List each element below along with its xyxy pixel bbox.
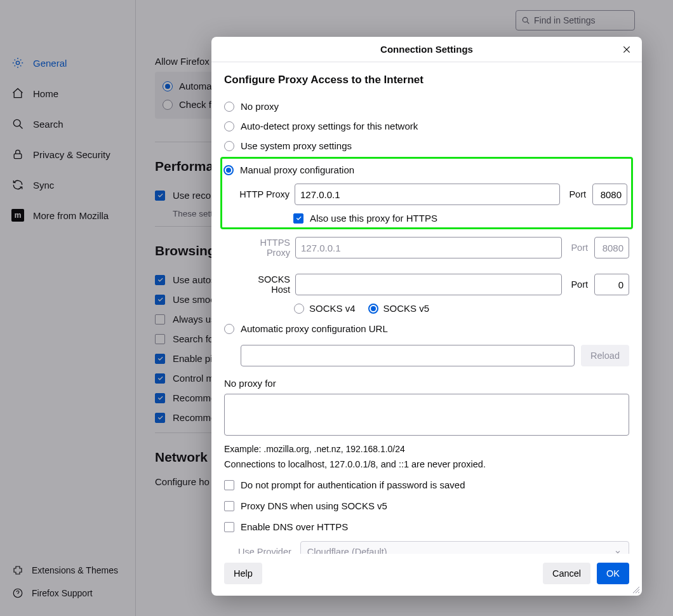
provider-value: Cloudflare (Default): [307, 547, 387, 554]
radio-icon: [224, 324, 234, 334]
dialog-heading: Configure Proxy Access to the Internet: [224, 74, 629, 86]
http-port-input[interactable]: [592, 184, 627, 205]
socks-port-input[interactable]: [594, 274, 629, 295]
dialog-header: Connection Settings: [211, 37, 642, 62]
port-label: Port: [571, 279, 588, 290]
close-icon: [622, 44, 632, 55]
radio-label: Auto-detect proxy settings for this netw…: [241, 121, 418, 131]
socks-host-input[interactable]: [295, 274, 562, 295]
https-port-input: [594, 237, 629, 258]
https-proxy-label: HTTPS Proxy: [238, 238, 290, 258]
checkbox-icon: [224, 522, 234, 532]
http-proxy-input[interactable]: [295, 184, 560, 205]
radio-system-proxy[interactable]: Use system proxy settings: [224, 136, 629, 156]
radio-label: SOCKS v5: [383, 303, 430, 314]
radio-label: Automatic proxy configuration URL: [241, 323, 388, 334]
radio-label: Manual proxy configuration: [240, 164, 354, 175]
radio-auto-detect[interactable]: Auto-detect proxy settings for this netw…: [224, 116, 629, 136]
also-https-checkbox[interactable]: Also use this proxy for HTTPS: [293, 213, 627, 224]
chevron-down-icon: [613, 547, 622, 554]
connection-settings-dialog: Connection Settings Configure Proxy Acce…: [211, 37, 642, 596]
cancel-button[interactable]: Cancel: [543, 563, 590, 584]
reload-button: Reload: [581, 345, 629, 366]
radio-socks-v5[interactable]: SOCKS v5: [368, 303, 430, 314]
radio-label: SOCKS v4: [309, 303, 356, 314]
close-button[interactable]: [619, 42, 634, 57]
localhost-note: Connections to localhost, 127.0.0.1/8, a…: [224, 459, 629, 469]
no-proxy-example: Example: .mozilla.org, .net.nz, 192.168.…: [224, 444, 629, 454]
radio-manual-proxy[interactable]: Manual proxy configuration: [223, 160, 627, 180]
radio-icon: [224, 121, 234, 131]
help-button[interactable]: Help: [224, 563, 262, 584]
radio-socks-v4[interactable]: SOCKS v4: [294, 303, 356, 314]
radio-pac-url[interactable]: Automatic proxy configuration URL: [224, 319, 629, 338]
check-proxy-dns[interactable]: Proxy DNS when using SOCKS v5: [224, 500, 629, 511]
port-label: Port: [571, 243, 588, 253]
dialog-title: Connection Settings: [380, 44, 473, 55]
radio-icon: [224, 102, 234, 112]
pac-url-input: [241, 345, 575, 366]
radio-icon: [368, 304, 378, 314]
radio-icon: [294, 304, 304, 314]
radio-label: No proxy: [241, 101, 279, 112]
check-no-prompt[interactable]: Do not prompt for authentication if pass…: [224, 479, 629, 490]
check-doh[interactable]: Enable DNS over HTTPS: [224, 521, 629, 532]
checkbox-icon: [224, 501, 234, 511]
radio-no-proxy[interactable]: No proxy: [224, 97, 629, 116]
socks-host-label: SOCKS Host: [238, 274, 290, 295]
radio-icon: [223, 165, 234, 175]
check-label: Do not prompt for authentication if pass…: [241, 479, 465, 490]
port-label: Port: [569, 189, 586, 199]
check-label: Proxy DNS when using SOCKS v5: [241, 500, 387, 511]
resize-handle[interactable]: [632, 586, 641, 594]
no-proxy-for-label: No proxy for: [224, 378, 629, 389]
radio-icon: [224, 141, 234, 151]
https-proxy-input: [295, 237, 562, 258]
ok-button[interactable]: OK: [597, 563, 629, 584]
checkbox-icon: [293, 213, 303, 224]
provider-label: Use Provider: [238, 547, 291, 554]
provider-select: Cloudflare (Default): [300, 541, 629, 554]
manual-proxy-highlight: Manual proxy configuration HTTP Proxy Po…: [220, 157, 633, 229]
also-https-label: Also use this proxy for HTTPS: [310, 213, 437, 224]
no-proxy-for-input[interactable]: [224, 394, 629, 436]
check-label: Enable DNS over HTTPS: [241, 521, 348, 532]
checkbox-icon: [224, 480, 234, 490]
http-proxy-label: HTTP Proxy: [237, 189, 290, 199]
radio-label: Use system proxy settings: [241, 140, 352, 151]
